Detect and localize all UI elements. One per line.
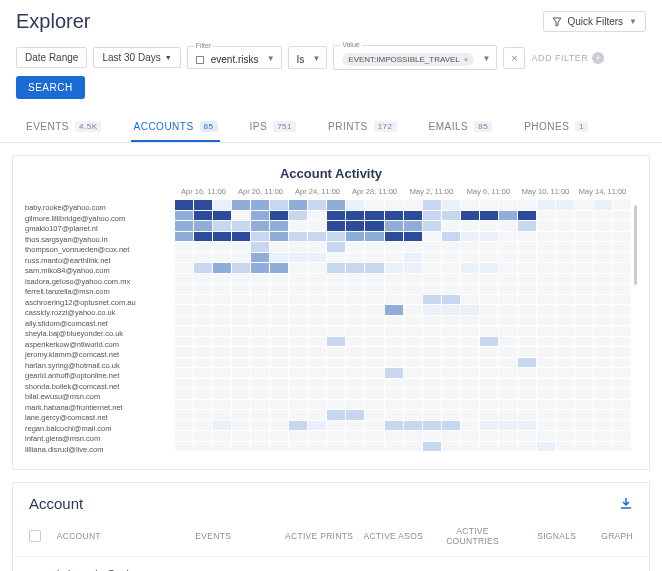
heatmap-cell[interactable] (594, 284, 612, 294)
remove-tag-icon[interactable]: × (464, 55, 469, 64)
heatmap-cell[interactable] (537, 368, 555, 378)
heatmap-cell[interactable] (270, 389, 288, 399)
heatmap-cell[interactable] (442, 284, 460, 294)
heatmap-cell[interactable] (213, 368, 231, 378)
heatmap-cell[interactable] (423, 295, 441, 305)
heatmap-cell[interactable] (346, 442, 364, 452)
heatmap-cell[interactable] (213, 232, 231, 242)
heatmap-cell[interactable] (537, 431, 555, 441)
heatmap-cell[interactable] (175, 347, 193, 357)
heatmap-cell[interactable] (442, 379, 460, 389)
heatmap-cell[interactable] (404, 221, 422, 231)
heatmap-cell[interactable] (213, 379, 231, 389)
heatmap-cell[interactable] (480, 284, 498, 294)
heatmap-cell[interactable] (327, 431, 345, 441)
heatmap-cell[interactable] (518, 389, 536, 399)
heatmap-cell[interactable] (308, 442, 326, 452)
heatmap-cell[interactable] (175, 400, 193, 410)
heatmap-cell[interactable] (537, 358, 555, 368)
download-button[interactable] (619, 497, 633, 511)
heatmap-cell[interactable] (270, 211, 288, 221)
heatmap-cell[interactable] (365, 368, 383, 378)
heatmap-cell[interactable] (480, 263, 498, 273)
heatmap-cell[interactable] (556, 284, 574, 294)
heatmap-cell[interactable] (442, 200, 460, 210)
heatmap-cell[interactable] (442, 400, 460, 410)
heatmap-cell[interactable] (213, 431, 231, 441)
heatmap-cell[interactable] (461, 284, 479, 294)
heatmap-cell[interactable] (346, 200, 364, 210)
heatmap-cell[interactable] (556, 242, 574, 252)
heatmap-cell[interactable] (518, 211, 536, 221)
heatmap-cell[interactable] (594, 305, 612, 315)
heatmap-cell[interactable] (480, 379, 498, 389)
heatmap-cell[interactable] (385, 347, 403, 357)
heatmap-cell[interactable] (251, 410, 269, 420)
heatmap-cell[interactable] (556, 326, 574, 336)
heatmap-cell[interactable] (442, 316, 460, 326)
heatmap-cell[interactable] (194, 316, 212, 326)
heatmap-cell[interactable] (537, 410, 555, 420)
heatmap-cell[interactable] (442, 368, 460, 378)
heatmap-cell[interactable] (194, 431, 212, 441)
heatmap-cell[interactable] (251, 263, 269, 273)
heatmap-cell[interactable] (594, 316, 612, 326)
heatmap-cell[interactable] (556, 379, 574, 389)
heatmap-cell[interactable] (518, 358, 536, 368)
heatmap-cell[interactable] (613, 389, 631, 399)
heatmap-cell[interactable] (327, 200, 345, 210)
heatmap-cell[interactable] (289, 379, 307, 389)
heatmap-cell[interactable] (594, 368, 612, 378)
heatmap-cell[interactable] (194, 358, 212, 368)
heatmap-cell[interactable] (308, 347, 326, 357)
heatmap-cell[interactable] (575, 221, 593, 231)
heatmap-cell[interactable] (194, 263, 212, 273)
heatmap-cell[interactable] (499, 221, 517, 231)
heatmap-cell[interactable] (213, 200, 231, 210)
heatmap-cell[interactable] (327, 368, 345, 378)
heatmap-cell[interactable] (346, 263, 364, 273)
heatmap-cell[interactable] (537, 211, 555, 221)
heatmap-cell[interactable] (461, 211, 479, 221)
heatmap-cell[interactable] (175, 232, 193, 242)
heatmap-cell[interactable] (346, 274, 364, 284)
heatmap-cell[interactable] (251, 221, 269, 231)
heatmap-cell[interactable] (480, 295, 498, 305)
heatmap-cell[interactable] (194, 305, 212, 315)
heatmap-cell[interactable] (480, 242, 498, 252)
heatmap-cell[interactable] (575, 284, 593, 294)
heatmap-cell[interactable] (423, 232, 441, 242)
heatmap-cell[interactable] (499, 200, 517, 210)
heatmap-cell[interactable] (518, 274, 536, 284)
heatmap-cell[interactable] (461, 431, 479, 441)
heatmap-cell[interactable] (289, 284, 307, 294)
select-all-checkbox[interactable] (29, 530, 41, 542)
heatmap-cell[interactable] (232, 410, 250, 420)
heatmap-cell[interactable] (385, 442, 403, 452)
heatmap-cell[interactable] (518, 316, 536, 326)
heatmap-cell[interactable] (423, 358, 441, 368)
heatmap-cell[interactable] (556, 211, 574, 221)
heatmap-cell[interactable] (308, 410, 326, 420)
heatmap-cell[interactable] (327, 337, 345, 347)
heatmap-cell[interactable] (537, 253, 555, 263)
heatmap-cell[interactable] (613, 274, 631, 284)
heatmap-cell[interactable] (385, 400, 403, 410)
heatmap-cell[interactable] (613, 232, 631, 242)
heatmap-cell[interactable] (213, 221, 231, 231)
scrollbar[interactable] (634, 205, 637, 285)
heatmap-cell[interactable] (613, 337, 631, 347)
heatmap-cell[interactable] (423, 410, 441, 420)
tab-events[interactable]: EVENTS4.5K (24, 113, 103, 142)
heatmap-cell[interactable] (423, 242, 441, 252)
heatmap-cell[interactable] (480, 410, 498, 420)
heatmap-cell[interactable] (499, 347, 517, 357)
heatmap-cell[interactable] (270, 221, 288, 231)
heatmap-cell[interactable] (385, 410, 403, 420)
heatmap-cell[interactable] (251, 389, 269, 399)
heatmap-cell[interactable] (594, 347, 612, 357)
heatmap-cell[interactable] (404, 410, 422, 420)
heatmap-cell[interactable] (308, 400, 326, 410)
heatmap-cell[interactable] (346, 253, 364, 263)
heatmap-cell[interactable] (423, 263, 441, 273)
